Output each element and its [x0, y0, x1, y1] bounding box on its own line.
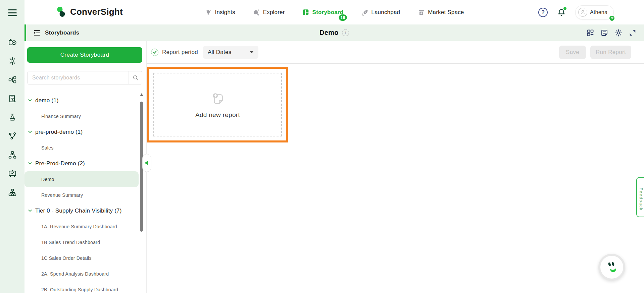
tree-item[interactable]: 1C Sales Order Details [24, 250, 139, 266]
launchpad-rocket-icon [361, 9, 368, 16]
tree-item[interactable]: 1B Sales Trend Dashboard [24, 234, 139, 250]
conversight-logo-icon [55, 6, 67, 17]
user-menu[interactable]: Athena [575, 5, 614, 19]
info-glyph: i [345, 30, 346, 35]
storyboard-grid-icon [302, 9, 309, 16]
chevron-down-icon [250, 51, 254, 53]
scroll-up-arrow[interactable] [140, 93, 143, 96]
nav-label: Market Space [428, 9, 464, 16]
app-root: ConverSight Insights Explorer Storyboard… [0, 0, 644, 293]
tree-group-label: Pre-Prod-Demo (2) [35, 160, 85, 167]
tree-item[interactable]: Sales [24, 140, 139, 156]
tree-item-label: Sales [41, 145, 54, 151]
subheader-actions [586, 24, 637, 41]
pipeline-branch-icon[interactable] [8, 131, 17, 141]
accent-bar [24, 24, 26, 41]
toolbar-divider [268, 46, 268, 59]
search-input[interactable] [28, 71, 129, 84]
nav-label: Insights [215, 9, 235, 16]
brand-logo[interactable]: ConverSight [55, 6, 123, 17]
report-period-checkbox[interactable] [151, 49, 158, 56]
assistant-dashboard-icon[interactable] [8, 38, 17, 47]
tree-item[interactable]: 1A. Revenue Summary Dashboard [24, 219, 139, 234]
hierarchy-sitemap-icon[interactable] [8, 150, 17, 160]
feedback-tab[interactable]: Feedback [636, 177, 644, 217]
tree-scrollbar[interactable] [140, 93, 143, 281]
add-report-label: Add new report [195, 111, 240, 119]
user-dropdown-badge[interactable] [609, 15, 615, 21]
add-widget-grid-icon[interactable] [586, 29, 594, 37]
feedback-label: Feedback [639, 188, 643, 211]
tree-group-pre-prod-demo[interactable]: pre-prod-demo (1) [24, 124, 139, 140]
avatar [578, 8, 587, 17]
page-title-block: Demo i [319, 24, 349, 41]
notes-summary-icon[interactable] [600, 29, 608, 37]
search-icon[interactable] [129, 71, 142, 84]
nav-explorer[interactable]: Explorer [253, 9, 285, 16]
report-canvas-area: Report period All Dates Save Run Report … [147, 41, 644, 293]
save-button[interactable]: Save [559, 46, 586, 59]
tree-group-pre-prod-demo-2[interactable]: Pre-Prod-Demo (2) [24, 156, 139, 171]
add-new-report-card[interactable]: Add new report [147, 67, 288, 142]
hamburger-menu-icon[interactable] [8, 9, 17, 16]
athena-chat-bubble[interactable] [598, 254, 625, 281]
report-toolbar: Report period All Dates Save Run Report [147, 41, 644, 64]
explorer-search-icon [253, 9, 260, 16]
tree-group-label: Tier 0 - Supply Chain Visibility (7) [35, 208, 122, 214]
brand-name: ConverSight [70, 7, 123, 17]
storyboard-tree: demo (1) Finance Summary pre-prod-demo (… [24, 93, 139, 293]
training-board-icon[interactable] [8, 169, 17, 178]
org-chart-icon[interactable] [8, 188, 17, 197]
chevron-down-icon [28, 98, 32, 103]
sub-header: Storyboards Demo i [24, 24, 644, 41]
tree-group-demo[interactable]: demo (1) [24, 93, 139, 108]
labs-flask-icon[interactable] [8, 113, 17, 122]
tree-item[interactable]: 2B. Outstanding Supply Dashboard [24, 282, 139, 293]
tree-item-selected[interactable]: Demo [24, 171, 139, 187]
settings-gear-icon[interactable] [8, 56, 17, 66]
tree-item[interactable]: Finance Summary [24, 108, 139, 124]
main-nav: Insights Explorer Storyboard 16 Launchpa… [205, 0, 464, 24]
tree-group-label: demo (1) [35, 97, 59, 104]
nav-label: Explorer [263, 9, 285, 16]
settings-gear-icon[interactable] [614, 29, 623, 37]
tree-item[interactable]: Revenue Summary [24, 187, 139, 203]
workflow-nodes-icon[interactable] [8, 75, 17, 84]
tree-item-label: Finance Summary [41, 114, 81, 119]
add-new-report-dropzone[interactable]: Add new report [153, 73, 282, 136]
nav-market-space[interactable]: Market Space [417, 9, 464, 16]
top-bar: ConverSight Insights Explorer Storyboard… [24, 0, 644, 24]
conversight-face-icon [604, 259, 620, 275]
report-period-label: Report period [162, 49, 198, 56]
help-icon[interactable]: ? [538, 8, 548, 17]
date-filter-value: All Dates [208, 49, 232, 56]
left-rail [0, 0, 24, 293]
tree-item-label: 2A. Spend Analysis Dashboard [41, 271, 109, 277]
notifications-bell-icon[interactable] [557, 8, 566, 17]
help-glyph: ? [541, 9, 545, 15]
run-report-button[interactable]: Run Report [590, 46, 631, 59]
nav-launchpad[interactable]: Launchpad [361, 9, 400, 16]
tree-group-tier0[interactable]: Tier 0 - Supply Chain Visibility (7) [24, 203, 139, 219]
panel-collapse-handle[interactable] [142, 154, 151, 172]
top-right-cluster: ? Athena [538, 0, 614, 24]
storyboards-side-panel: Create Storyboard demo (1) Finance Summa… [24, 41, 147, 293]
info-icon[interactable]: i [342, 29, 349, 36]
date-filter-dropdown[interactable]: All Dates [203, 46, 258, 59]
storyboard-search [27, 71, 142, 84]
create-storyboard-button[interactable]: Create Storyboard [27, 47, 142, 63]
tree-item[interactable]: 2A. Spend Analysis Dashboard [24, 266, 139, 282]
expand-fullscreen-icon[interactable] [629, 29, 637, 37]
rail-icon-list [0, 38, 24, 197]
tree-item-label: 2B. Outstanding Supply Dashboard [41, 287, 118, 292]
chevron-down-icon [28, 130, 32, 134]
nav-storyboard[interactable]: Storyboard 16 [302, 9, 344, 16]
notification-dot [563, 7, 566, 10]
document-search-icon[interactable] [8, 94, 17, 103]
panel-title: Storyboards [45, 30, 79, 36]
storyboards-panel-header[interactable]: Storyboards [33, 24, 79, 41]
nav-label: Launchpad [371, 9, 400, 16]
user-name: Athena [590, 9, 607, 15]
outdent-list-icon [33, 29, 41, 37]
nav-insights[interactable]: Insights [205, 9, 235, 16]
